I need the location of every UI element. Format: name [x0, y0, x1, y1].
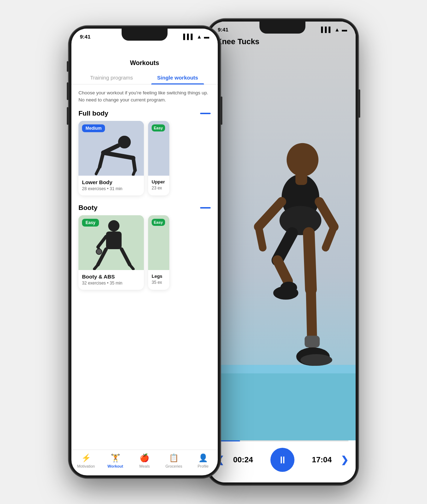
svg-rect-10 — [106, 232, 122, 249]
tab-bar: Training programs Single workouts — [71, 71, 218, 84]
pause-button[interactable]: ⏸ — [270, 448, 294, 472]
booty-section-header: Booty — [71, 201, 218, 215]
right-phone: 9:41 ▌▌▌ ▲ ▬ Knee Tucks — [206, 19, 358, 485]
legs-card-meta: 35 ex — [152, 280, 166, 285]
booty-abs-card-info: Booty & ABS 32 exercises • 35 min — [78, 270, 144, 290]
nav-motivation[interactable]: ⚡ Motivation — [71, 453, 101, 468]
right-wifi-icon: ▲ — [334, 27, 340, 33]
nav-meals[interactable]: 🍎 Meals — [130, 453, 159, 468]
lower-body-card-meta: 28 exercises • 31 min — [82, 186, 140, 191]
right-status-icons: ▌▌▌ ▲ ▬ — [321, 27, 347, 33]
booty-title: Booty — [78, 204, 98, 212]
exercise-background — [209, 22, 356, 440]
next-button[interactable]: ❯ — [341, 455, 349, 465]
full-body-section-header: Full body — [71, 107, 218, 121]
lower-body-card-name: Lower Body — [82, 179, 140, 185]
right-screen: 9:41 ▌▌▌ ▲ ▬ Knee Tucks — [209, 22, 356, 482]
legs-card-name: Legs — [152, 274, 166, 279]
svg-line-6 — [133, 158, 135, 170]
tab-single-workouts[interactable]: Single workouts — [145, 71, 211, 84]
groceries-icon: 📋 — [169, 453, 179, 463]
legs-partial-card[interactable]: Easy Legs 35 ex — [148, 215, 169, 290]
svg-point-22 — [287, 143, 318, 177]
svg-rect-19 — [209, 365, 356, 440]
lower-body-difficulty-badge: Medium — [82, 124, 105, 132]
upper-body-card-image: Easy — [148, 121, 169, 176]
silent-button — [67, 61, 69, 72]
full-body-title: Full body — [78, 110, 108, 117]
volume-down-button — [67, 107, 69, 125]
volume-up-button — [67, 82, 69, 100]
notch — [122, 29, 168, 41]
right-battery-icon: ▬ — [342, 27, 347, 33]
motivation-label: Motivation — [77, 464, 95, 468]
svg-point-36 — [300, 354, 332, 366]
upper-body-partial-card[interactable]: Easy Upper 23 ex — [148, 121, 169, 195]
booty-abs-card[interactable]: Easy — [78, 215, 144, 290]
lower-body-card[interactable]: Medium — [78, 121, 144, 195]
workout-icon: 🏋 — [111, 453, 120, 463]
nav-profile[interactable]: 👤 Profile — [188, 453, 218, 468]
groceries-label: Groceries — [165, 464, 182, 468]
svg-point-28 — [280, 206, 321, 235]
svg-point-9 — [108, 220, 119, 232]
svg-rect-34 — [305, 336, 320, 347]
progress-bar[interactable] — [216, 440, 349, 441]
legs-card-image: Easy — [148, 215, 169, 270]
status-icons-left: ▌▌▌ ▲ ▬ — [183, 34, 209, 40]
booty-abs-difficulty-badge: Easy — [82, 219, 99, 227]
booty-cards: Easy — [71, 215, 218, 295]
status-time-left: 9:41 — [80, 34, 90, 40]
nav-groceries[interactable]: 📋 Groceries — [159, 453, 188, 468]
exercise-video-area — [209, 22, 356, 440]
svg-rect-23 — [296, 172, 307, 185]
playback-bar: ❮ 00:24 ⏸ 17:04 ❯ — [209, 440, 356, 482]
time-remaining: 17:04 — [304, 455, 332, 464]
profile-label: Profile — [198, 464, 209, 468]
upper-body-card-info: Upper 23 ex — [148, 176, 169, 195]
header-title: Workouts — [130, 59, 159, 66]
meals-icon: 🍎 — [140, 453, 149, 463]
svg-rect-20 — [209, 365, 356, 374]
pause-icon: ⏸ — [277, 454, 287, 466]
lower-body-card-image: Medium — [78, 121, 144, 176]
booty-abs-card-name: Booty & ABS — [82, 274, 140, 280]
upper-body-card-name: Upper — [152, 179, 166, 184]
nav-workout[interactable]: 🏋 Workout — [101, 453, 130, 468]
booty-abs-card-meta: 32 exercises • 35 min — [82, 281, 140, 286]
meals-label: Meals — [139, 464, 150, 468]
tab-training-programs[interactable]: Training programs — [78, 71, 145, 84]
legs-card-info: Legs 35 ex — [148, 270, 169, 289]
exercise-title: Knee Tucks — [216, 37, 259, 46]
lower-body-card-info: Lower Body 28 exercises • 31 min — [78, 176, 144, 195]
left-screen: 9:41 ▌▌▌ ▲ ▬ Workouts Training programs — [71, 29, 218, 475]
power-button — [221, 96, 222, 125]
upper-body-difficulty-badge: Easy — [152, 124, 165, 131]
booty-dot — [200, 207, 211, 209]
scene: 9:41 ▌▌▌ ▲ ▬ Workouts Training programs — [19, 8, 408, 496]
status-time-right: 9:41 — [218, 27, 228, 33]
time-elapsed: 00:24 — [233, 455, 262, 464]
full-body-cards: Medium — [71, 121, 218, 201]
svg-line-7 — [133, 170, 135, 175]
playback-controls: ❮ 00:24 ⏸ 17:04 ❯ — [216, 448, 349, 472]
legs-difficulty-badge: Easy — [152, 219, 165, 226]
battery-icon: ▬ — [204, 34, 209, 40]
booty-abs-card-image: Easy — [78, 215, 144, 270]
right-signal-icon: ▌▌▌ — [321, 27, 332, 33]
motivation-icon: ⚡ — [81, 453, 91, 463]
workout-label: Workout — [107, 464, 123, 468]
wifi-icon: ▲ — [197, 34, 202, 40]
left-phone: 9:41 ▌▌▌ ▲ ▬ Workouts Training programs — [69, 26, 221, 478]
right-power-button — [358, 89, 360, 118]
bottom-nav-left: ⚡ Motivation 🏋 Workout 🍎 Meals 📋 Groceri… — [71, 450, 218, 475]
workout-description: Choose your workout if you're feeling li… — [71, 84, 218, 107]
svg-point-37 — [273, 286, 298, 300]
full-body-dot — [200, 113, 211, 114]
upper-body-card-meta: 23 ex — [152, 186, 166, 191]
status-bar-right: 9:41 ▌▌▌ ▲ ▬ — [209, 22, 356, 33]
profile-icon: 👤 — [198, 453, 208, 463]
svg-line-32 — [309, 233, 311, 289]
svg-line-25 — [258, 227, 263, 248]
signal-icon: ▌▌▌ — [183, 34, 194, 40]
